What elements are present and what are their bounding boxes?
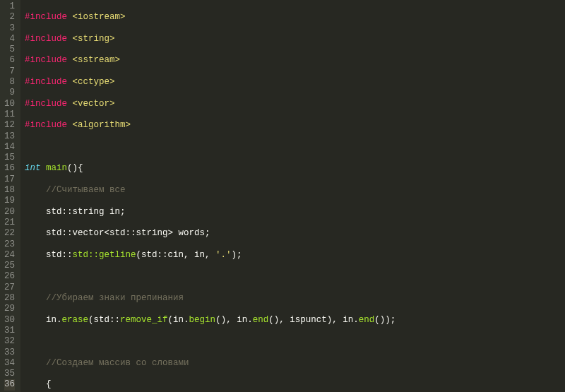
- line-number: 6: [4, 55, 15, 66]
- code-editor-viewport[interactable]: #include <iostream> #include <string> #i…: [20, 0, 565, 392]
- line-number: 29: [4, 304, 15, 314]
- line-number: 24: [4, 250, 15, 261]
- code-line: #include <string>: [25, 34, 565, 44]
- code-line: std::vector<std::string> words;: [25, 228, 565, 239]
- code-line: std::std::getline(std::cin, in, '.');: [25, 250, 565, 261]
- line-number: 22: [4, 228, 15, 239]
- line-number: 30: [4, 315, 15, 326]
- line-number: 34: [4, 358, 15, 369]
- line-number: 14: [4, 142, 15, 153]
- code-line: [25, 142, 565, 153]
- line-number: 20: [4, 207, 15, 218]
- line-number: 33: [4, 348, 15, 358]
- line-number: 12: [4, 120, 15, 131]
- code-line: #include <sstream>: [25, 55, 565, 66]
- code-line: std::string in;: [25, 207, 565, 218]
- code-line: int main(){: [25, 163, 565, 174]
- line-number: 11: [4, 109, 15, 120]
- line-number: 13: [4, 131, 15, 142]
- line-number: 16: [4, 163, 15, 174]
- code-line: [25, 271, 565, 282]
- line-number: 23: [4, 239, 15, 250]
- line-number: 27: [4, 283, 15, 293]
- line-number: 17: [4, 174, 15, 185]
- line-number: 10: [4, 99, 15, 109]
- line-number: 19: [4, 196, 15, 206]
- code-line: //Создаем массив со словами: [25, 358, 565, 369]
- line-number: 26: [4, 271, 15, 282]
- line-number: 21: [4, 218, 15, 228]
- line-number: 1: [4, 1, 15, 12]
- line-number: 3: [4, 23, 15, 34]
- code-line: //Убираем знаки препинания: [25, 293, 565, 304]
- code-line: //Считываем все: [25, 185, 565, 196]
- line-number-gutter: 1234567891011121314151617181920212223242…: [0, 0, 20, 392]
- code-line: #include <algorithm>: [25, 120, 565, 131]
- line-number: 31: [4, 326, 15, 336]
- line-number: 8: [4, 77, 15, 88]
- line-number: 5: [4, 44, 15, 55]
- line-number: 36: [4, 379, 15, 390]
- code-line: #include <iostream>: [25, 12, 565, 23]
- line-number: 35: [4, 369, 15, 379]
- code-line: #include <vector>: [25, 99, 565, 109]
- code-line: [25, 336, 565, 347]
- line-number: 18: [4, 185, 15, 196]
- line-number: 4: [4, 34, 15, 44]
- line-number: 15: [4, 153, 15, 163]
- code-line: {: [25, 379, 565, 390]
- line-number: 7: [4, 66, 15, 77]
- code-line: #include <cctype>: [25, 77, 565, 88]
- line-number: 2: [4, 12, 15, 23]
- line-number: 25: [4, 261, 15, 271]
- code-line: in.erase(std::remove_if(in.begin(), in.e…: [25, 315, 565, 326]
- line-number: 28: [4, 293, 15, 304]
- line-number: 32: [4, 336, 15, 347]
- line-number: 9: [4, 88, 15, 98]
